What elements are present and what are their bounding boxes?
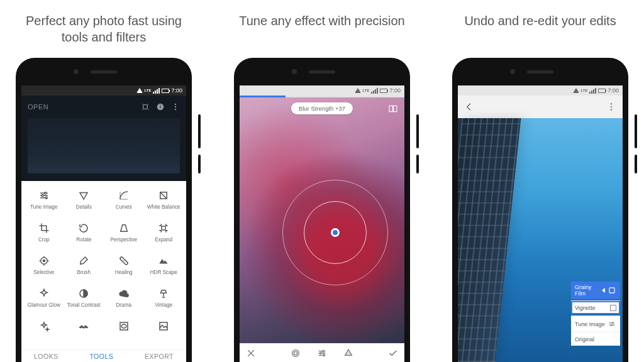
stack-item-original[interactable]: Original bbox=[571, 332, 620, 346]
cancel-button[interactable] bbox=[246, 348, 256, 358]
expand-icon bbox=[158, 221, 169, 235]
tab-export[interactable]: EXPORT bbox=[145, 353, 174, 360]
screen-history: LTE 7:00 G bbox=[458, 85, 623, 362]
history-topbar bbox=[458, 96, 623, 118]
svg-point-15 bbox=[123, 260, 125, 261]
tool-healing[interactable]: Healing bbox=[104, 251, 144, 284]
svg-point-22 bbox=[294, 351, 297, 354]
tool-perspective[interactable]: Perspective bbox=[104, 219, 144, 251]
phone-power-button bbox=[198, 114, 201, 148]
auto-icon[interactable] bbox=[291, 348, 301, 358]
phone-frame: LTE 7:00 G bbox=[452, 58, 628, 362]
tool-glamour-glow[interactable]: Glamour Glow bbox=[24, 284, 64, 317]
sparkle-alt-icon bbox=[38, 319, 50, 333]
phone-camera bbox=[510, 69, 515, 74]
phone-speaker bbox=[91, 70, 117, 74]
svg-point-5 bbox=[175, 106, 176, 107]
svg-point-26 bbox=[323, 354, 325, 356]
caption-1: Perfect any photo fast using tools and f… bbox=[0, 0, 208, 58]
stack-header[interactable]: Grainy Film bbox=[571, 282, 620, 299]
apply-button[interactable] bbox=[388, 348, 398, 358]
chip-value: +37 bbox=[335, 105, 345, 112]
tool-curves[interactable]: Curves bbox=[104, 186, 144, 219]
clock: 7:00 bbox=[389, 87, 401, 94]
sliders-icon bbox=[38, 189, 50, 202]
photo-canvas[interactable]: Blur Strength +37 bbox=[240, 97, 404, 343]
stack-item-tune-image[interactable]: Tune Image bbox=[571, 315, 620, 332]
tool-label: Perspective bbox=[110, 237, 137, 243]
svg-point-32 bbox=[611, 324, 612, 326]
tool-selective[interactable]: Selective bbox=[24, 251, 64, 284]
tool-vintage[interactable]: Vintage bbox=[144, 284, 184, 317]
info-icon[interactable] bbox=[156, 102, 165, 111]
open-button[interactable]: OPEN bbox=[28, 103, 48, 111]
phone-power-button bbox=[635, 114, 637, 148]
tool-extra-4[interactable] bbox=[144, 317, 184, 349]
tool-label: Brush bbox=[77, 270, 91, 276]
edit-toolbar bbox=[240, 343, 404, 362]
shape-icon[interactable] bbox=[343, 348, 353, 358]
tool-label: Healing bbox=[115, 270, 133, 276]
focus-handle[interactable] bbox=[331, 228, 340, 237]
stack-item-label: Vignette bbox=[575, 305, 596, 311]
signal-icon bbox=[589, 88, 596, 94]
tool-label: Glamour Glow bbox=[28, 302, 60, 309]
tool-label: Curves bbox=[116, 204, 132, 211]
tool-label: Vintage bbox=[155, 302, 172, 309]
svg-point-0 bbox=[143, 105, 148, 109]
stack-item-label: Original bbox=[575, 336, 594, 343]
tool-tonal-contrast[interactable]: Tonal Contrast bbox=[64, 284, 104, 317]
back-button[interactable] bbox=[464, 102, 474, 112]
tool-rotate[interactable]: Rotate bbox=[64, 219, 104, 251]
tool-tune-image[interactable]: Tune Image bbox=[24, 186, 64, 219]
building-art bbox=[458, 118, 521, 362]
phone-frame: LTE 7:00 OPEN bbox=[16, 58, 192, 362]
tools-panel: Tune Image Details Curves White Bal bbox=[21, 181, 186, 362]
screen-adjust: LTE 7:00 Blur Strength +37 bbox=[240, 85, 404, 362]
tool-label: Drama bbox=[116, 302, 131, 309]
network-label: LTE bbox=[363, 89, 370, 92]
crop-icon bbox=[38, 221, 50, 235]
svg-point-23 bbox=[292, 349, 299, 356]
tool-details[interactable]: Details bbox=[64, 186, 104, 219]
overflow-icon[interactable] bbox=[606, 102, 616, 112]
tool-brush[interactable]: Brush bbox=[64, 251, 104, 284]
svg-point-13 bbox=[43, 260, 45, 262]
svg-rect-3 bbox=[160, 105, 160, 106]
contrast-icon bbox=[78, 287, 89, 300]
tool-drama[interactable]: Drama bbox=[104, 284, 144, 317]
svg-rect-30 bbox=[609, 288, 614, 293]
bottom-tabs: LOOKS TOOLS EXPORT bbox=[21, 349, 186, 362]
perspective-icon bbox=[118, 221, 130, 235]
overflow-icon[interactable] bbox=[171, 102, 180, 111]
svg-rect-20 bbox=[389, 106, 392, 111]
clock: 7:00 bbox=[608, 87, 619, 94]
wifi-icon bbox=[355, 88, 361, 93]
phone-volume-button bbox=[416, 155, 419, 173]
tool-hdr-scape[interactable]: HDR Scape bbox=[144, 251, 184, 284]
svg-point-18 bbox=[121, 324, 126, 328]
tool-white-balance[interactable]: White Balance bbox=[144, 186, 184, 219]
tool-extra-1[interactable] bbox=[24, 317, 64, 349]
compare-icon[interactable] bbox=[388, 104, 398, 114]
tool-expand[interactable]: Expand bbox=[144, 219, 184, 251]
editor-preview-dimmed: OPEN bbox=[21, 96, 186, 181]
status-bar: LTE 7:00 bbox=[21, 85, 186, 96]
stack-item-vignette[interactable]: Vignette bbox=[571, 300, 620, 314]
lamp-icon bbox=[158, 287, 169, 300]
tool-crop[interactable]: Crop bbox=[24, 219, 64, 251]
tune-icon[interactable] bbox=[317, 348, 327, 358]
tab-looks[interactable]: LOOKS bbox=[34, 353, 58, 360]
screen-tools: LTE 7:00 OPEN bbox=[21, 85, 186, 362]
mustache-icon bbox=[78, 319, 89, 333]
status-bar: LTE 7:00 bbox=[240, 85, 404, 96]
tool-extra-3[interactable] bbox=[104, 317, 144, 349]
svg-point-29 bbox=[611, 109, 613, 111]
vignette-thumb-icon bbox=[610, 305, 616, 311]
tool-extra-2[interactable] bbox=[64, 317, 104, 349]
photo-canvas[interactable]: Grainy Film Vignette bbox=[458, 118, 623, 362]
phone-power-button bbox=[416, 114, 419, 148]
enhance-icon[interactable] bbox=[141, 102, 150, 111]
tab-tools[interactable]: TOOLS bbox=[89, 353, 113, 360]
triangle-down-icon bbox=[78, 189, 89, 202]
